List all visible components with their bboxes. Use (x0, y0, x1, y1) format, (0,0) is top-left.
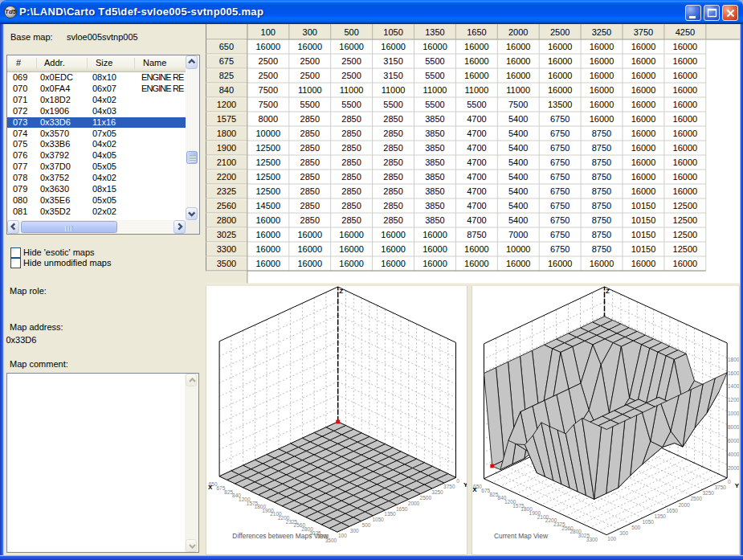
svg-text:12500: 12500 (672, 201, 697, 211)
svg-text:2000: 2000 (728, 465, 739, 471)
svg-text:16000: 16000 (672, 143, 697, 153)
svg-text:8000: 8000 (728, 424, 739, 430)
svg-text:675: 675 (218, 56, 233, 66)
svg-text:3850: 3850 (425, 143, 444, 153)
svg-text:500: 500 (361, 522, 370, 528)
svg-text:2850: 2850 (341, 186, 361, 196)
svg-text:3850: 3850 (425, 186, 444, 196)
svg-text:11000: 11000 (464, 85, 488, 95)
svg-text:3150: 3150 (383, 56, 402, 66)
svg-text:7500: 7500 (258, 85, 277, 95)
svg-text:6000: 6000 (728, 438, 739, 444)
svg-text:16000: 16000 (631, 143, 655, 153)
svg-text:Y: Y (463, 481, 467, 488)
svg-text:Current Map View: Current Map View (494, 532, 549, 540)
svg-text:12500: 12500 (255, 172, 280, 182)
svg-text:16000: 16000 (589, 56, 614, 66)
svg-text:5400: 5400 (508, 172, 527, 182)
svg-text:11000: 11000 (381, 85, 405, 95)
svg-text:5400: 5400 (508, 143, 527, 153)
svg-text:1900: 1900 (216, 143, 235, 153)
svg-text:16000: 16000 (631, 172, 655, 182)
svg-text:3850: 3850 (425, 201, 444, 211)
svg-text:2850: 2850 (300, 215, 319, 225)
svg-text:8750: 8750 (591, 172, 610, 182)
svg-text:16000: 16000 (423, 259, 447, 268)
svg-text:2850: 2850 (383, 129, 402, 138)
svg-text:2325: 2325 (216, 186, 235, 196)
svg-text:16000: 16000 (255, 244, 280, 254)
svg-text:3250: 3250 (431, 489, 443, 495)
svg-text:8750: 8750 (591, 244, 610, 254)
svg-text:2850: 2850 (383, 215, 402, 225)
svg-text:1050: 1050 (642, 519, 654, 525)
svg-text:16000: 16000 (631, 157, 655, 167)
svg-text:3500: 3500 (216, 259, 235, 268)
svg-text:12500: 12500 (672, 244, 697, 254)
svg-text:12000: 12000 (728, 397, 739, 403)
svg-text:1650: 1650 (395, 506, 407, 512)
svg-text:4700: 4700 (467, 129, 486, 138)
svg-text:16000: 16000 (589, 85, 614, 95)
svg-text:650: 650 (218, 42, 233, 51)
svg-text:16000: 16000 (547, 71, 572, 80)
svg-text:2850: 2850 (341, 157, 361, 167)
svg-text:16000: 16000 (464, 56, 489, 66)
svg-text:2850: 2850 (383, 186, 402, 196)
svg-text:10000: 10000 (505, 244, 530, 254)
svg-text:2850: 2850 (300, 143, 319, 153)
svg-text:6750: 6750 (549, 244, 569, 254)
svg-text:100: 100 (260, 27, 275, 37)
svg-text:11000: 11000 (423, 85, 447, 95)
svg-text:16000: 16000 (547, 85, 572, 95)
svg-text:2850: 2850 (383, 143, 402, 153)
svg-text:1200: 1200 (216, 100, 235, 109)
svg-text:5500: 5500 (425, 71, 444, 80)
svg-text:1350: 1350 (654, 513, 666, 519)
svg-text:3150: 3150 (383, 71, 402, 80)
svg-text:10000: 10000 (728, 411, 739, 416)
svg-text:3750: 3750 (443, 484, 455, 489)
svg-text:8750: 8750 (591, 230, 610, 239)
svg-text:2500: 2500 (300, 56, 319, 66)
svg-text:2500: 2500 (300, 71, 319, 80)
svg-text:16000: 16000 (589, 71, 614, 80)
svg-text:12500: 12500 (255, 157, 280, 167)
svg-text:16000: 16000 (297, 230, 322, 239)
svg-text:2850: 2850 (300, 114, 319, 124)
svg-text:5400: 5400 (508, 114, 527, 124)
svg-text:16000: 16000 (631, 259, 655, 268)
svg-text:16000: 16000 (672, 71, 697, 80)
svg-text:2850: 2850 (383, 157, 402, 167)
svg-text:16000: 16000 (672, 42, 697, 51)
svg-text:1350: 1350 (384, 511, 396, 517)
svg-text:1575: 1575 (216, 114, 235, 124)
svg-text:16000: 16000 (547, 56, 572, 66)
svg-text:16000: 16000 (505, 259, 530, 268)
svg-text:16000: 16000 (672, 129, 697, 138)
svg-text:2500: 2500 (690, 496, 702, 501)
svg-text:6750: 6750 (549, 201, 569, 211)
svg-text:6750: 6750 (549, 129, 569, 138)
svg-text:3300: 3300 (586, 537, 598, 542)
svg-text:1050: 1050 (383, 27, 402, 37)
svg-text:12500: 12500 (672, 215, 697, 225)
svg-text:0: 0 (456, 478, 459, 484)
svg-text:5500: 5500 (383, 100, 402, 109)
svg-text:3750: 3750 (714, 484, 726, 490)
svg-text:16000: 16000 (339, 259, 364, 268)
svg-text:2100: 2100 (216, 157, 235, 167)
svg-text:5500: 5500 (300, 100, 319, 109)
svg-text:7500: 7500 (258, 100, 277, 109)
svg-text:6750: 6750 (549, 157, 569, 167)
svg-text:16000: 16000 (255, 230, 280, 239)
svg-text:16000: 16000 (672, 259, 697, 268)
svg-text:16000: 16000 (255, 42, 280, 51)
svg-text:2850: 2850 (383, 172, 402, 182)
svg-text:16000: 16000 (672, 157, 697, 167)
svg-text:16000: 16000 (423, 230, 447, 239)
svg-text:1050: 1050 (372, 517, 384, 522)
svg-text:16000: 16000 (728, 370, 739, 376)
svg-text:3850: 3850 (425, 215, 444, 225)
svg-text:7500: 7500 (508, 100, 527, 109)
